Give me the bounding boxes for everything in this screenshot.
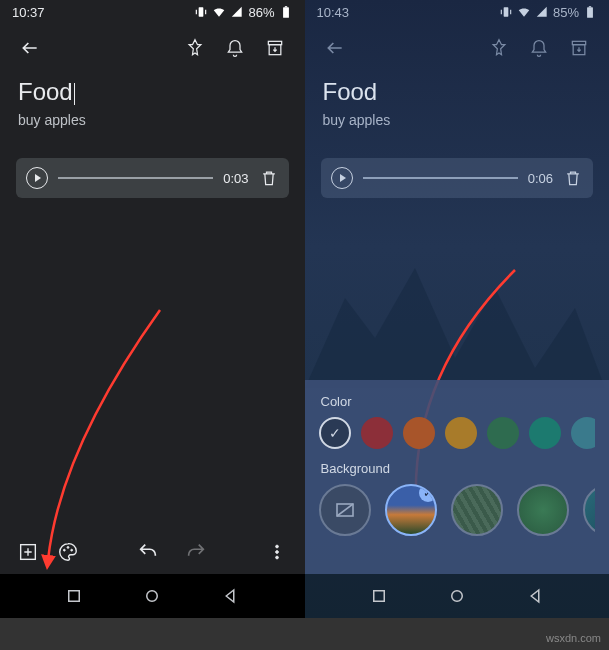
background-picker: Color Background ✓	[305, 380, 610, 574]
nav-bar	[0, 574, 305, 618]
svg-point-7	[67, 547, 69, 549]
svg-point-21	[452, 591, 463, 602]
back-button[interactable]	[10, 28, 50, 68]
background-thumb-row: ✓	[319, 484, 596, 536]
bg-pattern-stripes[interactable]	[451, 484, 503, 536]
note-content: Food buy apples	[305, 72, 610, 134]
svg-point-6	[63, 549, 65, 551]
add-button[interactable]	[8, 532, 48, 572]
svg-rect-2	[284, 6, 286, 7]
svg-rect-15	[587, 7, 593, 17]
reminder-button[interactable]	[519, 28, 559, 68]
wifi-icon	[517, 5, 531, 19]
bottom-toolbar	[0, 530, 305, 574]
color-swatch-teal[interactable]	[529, 417, 561, 449]
watermark: wsxdn.com	[546, 632, 601, 644]
svg-point-11	[275, 556, 278, 559]
status-bar: 10:43 85%	[305, 0, 610, 24]
svg-rect-0	[199, 7, 204, 16]
nav-back[interactable]	[526, 587, 544, 605]
battery-icon	[279, 5, 293, 19]
audio-duration: 0:03	[223, 171, 248, 186]
svg-point-8	[71, 549, 73, 551]
color-swatch-none[interactable]	[319, 417, 351, 449]
audio-track[interactable]	[58, 177, 213, 179]
signal-icon	[535, 5, 549, 19]
svg-rect-20	[374, 591, 385, 602]
bg-none[interactable]	[319, 484, 371, 536]
background-label: Background	[321, 461, 596, 476]
svg-rect-12	[69, 591, 80, 602]
status-icons: 86%	[194, 5, 292, 20]
top-actions	[305, 24, 610, 72]
color-swatch-orange[interactable]	[403, 417, 435, 449]
vibrate-icon	[499, 5, 513, 19]
top-actions	[0, 24, 305, 72]
nav-back[interactable]	[221, 587, 239, 605]
note-body[interactable]: buy apples	[18, 112, 287, 128]
nav-bar	[305, 574, 610, 618]
color-swatch-cyan[interactable]	[571, 417, 596, 449]
svg-point-13	[147, 591, 158, 602]
color-swatch-row	[319, 417, 596, 449]
color-swatch-green[interactable]	[487, 417, 519, 449]
check-icon: ✓	[419, 484, 437, 502]
play-button[interactable]	[331, 167, 353, 189]
wifi-icon	[212, 5, 226, 19]
signal-icon	[230, 5, 244, 19]
svg-point-10	[275, 551, 278, 554]
audio-duration: 0:06	[528, 171, 553, 186]
note-title[interactable]: Food	[18, 78, 287, 106]
phone-right: 10:43 85% Food	[305, 0, 610, 618]
pin-button[interactable]	[479, 28, 519, 68]
play-button[interactable]	[26, 167, 48, 189]
audio-track[interactable]	[363, 177, 518, 179]
vibrate-icon	[194, 5, 208, 19]
battery-text: 86%	[248, 5, 274, 20]
redo-button[interactable]	[176, 532, 216, 572]
palette-button[interactable]	[48, 532, 88, 572]
note-content: Food buy apples	[0, 72, 305, 134]
nav-recent[interactable]	[65, 587, 83, 605]
nav-home[interactable]	[143, 587, 161, 605]
reminder-button[interactable]	[215, 28, 255, 68]
delete-audio-button[interactable]	[259, 168, 279, 188]
svg-rect-1	[283, 7, 289, 17]
color-swatch-red[interactable]	[361, 417, 393, 449]
color-label: Color	[321, 394, 596, 409]
delete-audio-button[interactable]	[563, 168, 583, 188]
bg-pattern-green[interactable]	[517, 484, 569, 536]
note-body[interactable]: buy apples	[323, 112, 592, 128]
audio-player: 0:03	[16, 158, 289, 198]
clock: 10:43	[317, 5, 350, 20]
bg-landscape[interactable]: ✓	[385, 484, 437, 536]
svg-rect-14	[504, 7, 509, 16]
background-art	[305, 238, 605, 388]
archive-button[interactable]	[255, 28, 295, 68]
archive-button[interactable]	[559, 28, 599, 68]
svg-point-9	[275, 545, 278, 548]
text-cursor	[74, 83, 75, 105]
back-button[interactable]	[315, 28, 355, 68]
svg-rect-16	[589, 6, 591, 7]
nav-home[interactable]	[448, 587, 466, 605]
nav-recent[interactable]	[370, 587, 388, 605]
bg-pattern-teal[interactable]	[583, 484, 596, 536]
battery-icon	[583, 5, 597, 19]
color-swatch-yellow[interactable]	[445, 417, 477, 449]
phone-left: 10:37 86%	[0, 0, 305, 618]
battery-text: 85%	[553, 5, 579, 20]
more-button[interactable]	[257, 532, 297, 572]
audio-player: 0:06	[321, 158, 594, 198]
status-bar: 10:37 86%	[0, 0, 305, 24]
undo-button[interactable]	[128, 532, 168, 572]
clock: 10:37	[12, 5, 45, 20]
note-title[interactable]: Food	[323, 78, 592, 106]
pin-button[interactable]	[175, 28, 215, 68]
status-icons: 85%	[499, 5, 597, 20]
